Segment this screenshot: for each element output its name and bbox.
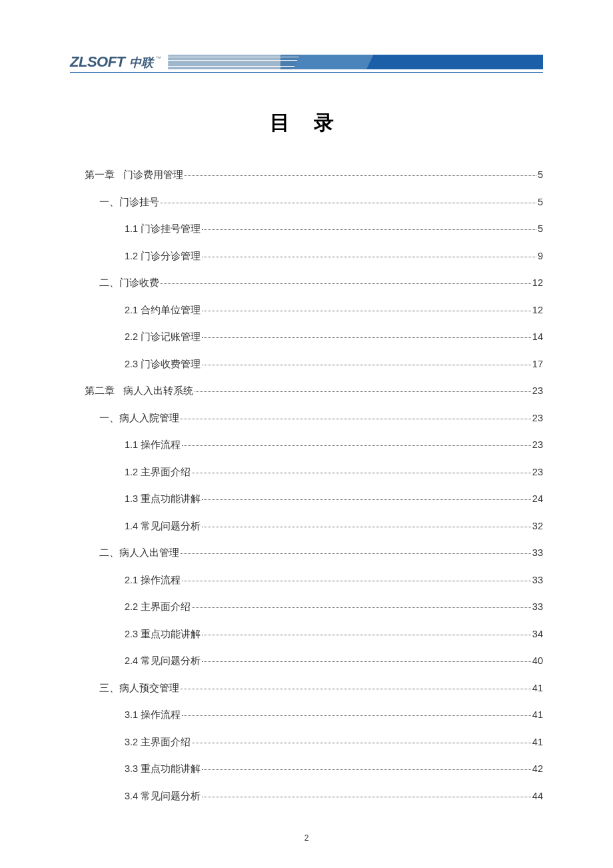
toc-leader-dots <box>202 499 531 500</box>
toc-leader-dots <box>202 229 536 230</box>
toc-entry[interactable]: 1.4 常见问题分析32 <box>70 521 543 531</box>
toc-entry-page: 17 <box>532 359 543 369</box>
toc-entry-title: 2.1 操作流程 <box>125 575 181 585</box>
toc-entry-page: 23 <box>532 386 543 396</box>
document-page: ZLSOFT 中联 ™ 目 录 第一章门诊费用管理5一、门诊挂号51.1 门诊挂… <box>0 0 613 845</box>
toc-entry-title: 2.3 重点功能讲解 <box>125 629 201 639</box>
toc-leader-dots <box>161 283 531 284</box>
table-of-contents: 第一章门诊费用管理5一、门诊挂号51.1 门诊挂号管理51.2 门诊分诊管理9二… <box>70 170 543 801</box>
toc-entry[interactable]: 2.4 常见问题分析40 <box>70 656 543 666</box>
toc-leader-dots <box>202 527 531 527</box>
toc-entry-page: 33 <box>532 602 543 612</box>
toc-entry-page: 33 <box>532 575 543 585</box>
page-number: 2 <box>0 833 613 843</box>
logo-text-en: ZLSOFT <box>70 53 125 71</box>
toc-entry[interactable]: 1.3 重点功能讲解24 <box>70 494 543 504</box>
toc-leader-dots <box>182 581 531 581</box>
toc-leader-dots <box>202 337 531 338</box>
toc-entry-title: 一、病人入院管理 <box>99 413 179 423</box>
toc-entry[interactable]: 3.1 操作流程41 <box>70 710 543 720</box>
toc-chapter-label: 第二章 <box>85 386 123 396</box>
toc-entry[interactable]: 一、门诊挂号5 <box>70 197 543 207</box>
toc-entry[interactable]: 第二章病人入出转系统23 <box>70 386 543 396</box>
toc-entry[interactable]: 第一章门诊费用管理5 <box>70 170 543 180</box>
toc-entry[interactable]: 3.2 主界面介绍41 <box>70 737 543 747</box>
toc-entry-page: 9 <box>538 251 543 261</box>
toc-entry-title: 3.2 主界面介绍 <box>125 737 191 747</box>
toc-entry[interactable]: 1.1 操作流程23 <box>70 440 543 450</box>
toc-leader-dots <box>202 661 531 662</box>
toc-entry-page: 5 <box>538 170 543 180</box>
toc-entry-title: 2.3 门诊收费管理 <box>125 359 201 369</box>
toc-entry-page: 23 <box>532 413 543 423</box>
toc-entry-page: 23 <box>532 467 543 477</box>
toc-entry-title: 1.2 主界面介绍 <box>125 467 191 477</box>
toc-entry[interactable]: 1.2 主界面介绍23 <box>70 467 543 477</box>
toc-entry-page: 32 <box>532 521 543 531</box>
toc-leader-dots <box>202 365 531 365</box>
toc-entry[interactable]: 2.3 重点功能讲解34 <box>70 629 543 639</box>
toc-entry-page: 40 <box>532 656 543 666</box>
toc-entry-page: 12 <box>532 278 543 288</box>
toc-entry[interactable]: 2.2 主界面介绍33 <box>70 602 543 612</box>
logo: ZLSOFT 中联 ™ <box>70 53 168 71</box>
toc-entry-page: 42 <box>532 764 543 774</box>
toc-entry-page: 12 <box>532 305 543 315</box>
toc-leader-dots <box>182 715 531 716</box>
toc-leader-dots <box>192 743 531 743</box>
toc-entry[interactable]: 二、病人入出管理33 <box>70 548 543 558</box>
toc-leader-dots <box>192 473 531 473</box>
toc-leader-dots <box>202 635 531 635</box>
toc-entry-title: 三、病人预交管理 <box>99 683 179 693</box>
toc-entry[interactable]: 2.3 门诊收费管理17 <box>70 359 543 369</box>
toc-entry-title: 1.1 操作流程 <box>125 440 181 450</box>
toc-entry[interactable]: 三、病人预交管理41 <box>70 683 543 693</box>
toc-entry-title: 1.1 门诊挂号管理 <box>125 224 201 234</box>
toc-entry-page: 44 <box>532 791 543 801</box>
toc-entry[interactable]: 2.1 合约单位管理12 <box>70 305 543 315</box>
toc-entry[interactable]: 2.2 门诊记账管理14 <box>70 332 543 342</box>
toc-leader-dots <box>202 311 531 311</box>
toc-entry[interactable]: 1.2 门诊分诊管理9 <box>70 251 543 261</box>
toc-entry[interactable]: 3.3 重点功能讲解42 <box>70 764 543 774</box>
logo-text-cn: 中联 <box>129 55 153 71</box>
toc-entry-page: 5 <box>538 197 543 207</box>
toc-entry-page: 41 <box>532 737 543 747</box>
toc-leader-dots <box>185 175 536 176</box>
toc-leader-dots <box>182 445 531 446</box>
page-title: 目 录 <box>70 109 543 137</box>
toc-entry-page: 33 <box>532 548 543 558</box>
toc-entry-title: 1.4 常见问题分析 <box>125 521 201 531</box>
toc-leader-dots <box>195 391 531 392</box>
page-header: ZLSOFT 中联 ™ <box>70 53 543 73</box>
toc-entry-title: 2.1 合约单位管理 <box>125 305 201 315</box>
toc-entry-title: 二、门诊收费 <box>99 278 159 288</box>
toc-entry[interactable]: 1.1 门诊挂号管理5 <box>70 224 543 234</box>
toc-entry-page: 24 <box>532 494 543 504</box>
toc-entry[interactable]: 二、门诊收费12 <box>70 278 543 288</box>
toc-entry-title: 2.2 主界面介绍 <box>125 602 191 612</box>
toc-entry-title: 3.4 常见问题分析 <box>125 791 201 801</box>
toc-leader-dots <box>192 607 531 608</box>
toc-entry-title: 门诊费用管理 <box>123 170 183 180</box>
trademark-icon: ™ <box>156 55 161 61</box>
toc-leader-dots <box>161 203 536 203</box>
toc-entry-title: 病人入出转系统 <box>123 386 193 396</box>
header-stripe-decoration <box>168 55 543 69</box>
toc-entry-title: 3.1 操作流程 <box>125 710 181 720</box>
toc-entry[interactable]: 一、病人入院管理23 <box>70 413 543 423</box>
toc-entry-title: 二、病人入出管理 <box>99 548 179 558</box>
toc-leader-dots <box>181 553 531 554</box>
toc-leader-dots <box>202 797 531 797</box>
toc-entry-page: 23 <box>532 440 543 450</box>
toc-entry-title: 3.3 重点功能讲解 <box>125 764 201 774</box>
toc-entry-page: 41 <box>532 710 543 720</box>
toc-entry-title: 1.2 门诊分诊管理 <box>125 251 201 261</box>
toc-leader-dots <box>181 689 531 689</box>
toc-entry-page: 5 <box>538 224 543 234</box>
toc-entry-page: 14 <box>532 332 543 342</box>
toc-entry-title: 2.2 门诊记账管理 <box>125 332 201 342</box>
toc-entry[interactable]: 3.4 常见问题分析44 <box>70 791 543 801</box>
toc-entry[interactable]: 2.1 操作流程33 <box>70 575 543 585</box>
toc-leader-dots <box>181 419 531 419</box>
